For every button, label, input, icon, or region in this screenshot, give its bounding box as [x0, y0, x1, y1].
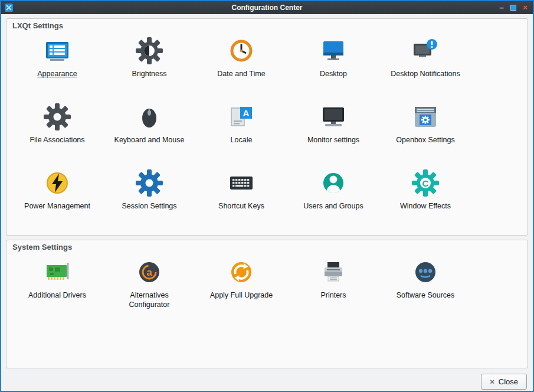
- users-groups-icon: [319, 169, 348, 197]
- software-sources-icon: [411, 258, 440, 286]
- desktop-icon: [319, 37, 348, 65]
- launcher-printers[interactable]: Printers: [287, 254, 379, 321]
- desktop-notifications-icon: [411, 37, 440, 65]
- launcher-label: Printers: [320, 291, 346, 300]
- launcher-desktop-notifications[interactable]: Desktop Notifications: [379, 33, 471, 99]
- launcher-label: Alternatives Configurator: [113, 291, 186, 309]
- group-system-settings: System Settings: [6, 240, 528, 368]
- launcher-alternatives-configurator[interactable]: a Alternatives Configurator: [103, 254, 195, 321]
- locale-letter: A: [243, 108, 250, 118]
- launcher-desktop[interactable]: Desktop: [287, 33, 379, 99]
- appearance-icon: [43, 37, 71, 65]
- datetime-icon: [227, 37, 255, 65]
- additional-drivers-icon: [43, 258, 71, 286]
- launcher-label: Desktop Notifications: [391, 70, 460, 79]
- alternatives-letter: a: [146, 267, 152, 278]
- launcher-apply-full-upgrade[interactable]: Apply Full Upgrade: [195, 254, 287, 321]
- close-button[interactable]: × Close: [481, 374, 527, 390]
- power-management-icon: [43, 169, 71, 197]
- launcher-label: Monitor settings: [307, 136, 359, 145]
- content-area: LXQt Settings Appearance: [1, 14, 533, 392]
- close-button-label: Close: [499, 377, 518, 386]
- launcher-label: Shortcut Keys: [218, 202, 264, 211]
- launcher-keyboard-mouse[interactable]: Keyboard and Mouse: [103, 99, 195, 165]
- launcher-session-settings[interactable]: Session Settings: [103, 165, 195, 231]
- shortcut-keys-icon: [227, 169, 255, 197]
- launcher-additional-drivers[interactable]: Additional Drivers: [11, 254, 103, 321]
- group-title: System Settings: [12, 243, 72, 251]
- launcher-label: Openbox Settings: [396, 136, 454, 145]
- launcher-label: Window Effects: [400, 202, 451, 211]
- file-associations-icon: [43, 103, 71, 131]
- window-title: Configuration Center: [1, 4, 533, 12]
- launcher-label: Apply Full Upgrade: [210, 291, 273, 300]
- launcher-label: Keyboard and Mouse: [114, 136, 185, 145]
- apply-full-upgrade-icon: [227, 258, 255, 286]
- launcher-label: Additional Drivers: [28, 291, 86, 300]
- lxqt-grid: Appearance Brightness: [11, 33, 523, 231]
- brightness-icon: [135, 37, 163, 65]
- launcher-users-groups[interactable]: Users and Groups: [287, 165, 379, 231]
- window-effects-icon: C: [411, 169, 440, 197]
- minimize-button[interactable]: –: [497, 4, 506, 12]
- launcher-label: Brightness: [132, 70, 166, 79]
- launcher-label: File Associations: [30, 136, 84, 145]
- launcher-label: Session Settings: [122, 202, 176, 211]
- launcher-label: Software Sources: [397, 291, 455, 300]
- system-grid: Additional Drivers a Alternatives Config…: [11, 254, 523, 321]
- launcher-power-management[interactable]: Power Management: [11, 165, 103, 231]
- keyboard-mouse-icon: [135, 103, 163, 131]
- launcher-label: Locale: [231, 136, 253, 145]
- configuration-center-window: Configuration Center – × LXQt Settings: [0, 0, 534, 392]
- launcher-label: Date and Time: [217, 70, 265, 79]
- printers-icon: [319, 258, 348, 286]
- launcher-window-effects[interactable]: C Window Effects: [379, 165, 471, 231]
- close-button-icon: ×: [490, 377, 494, 386]
- launcher-label: Desktop: [320, 70, 347, 79]
- launcher-label: Appearance: [37, 70, 77, 79]
- launcher-appearance[interactable]: Appearance: [11, 33, 103, 99]
- close-window-button[interactable]: ×: [521, 4, 529, 12]
- window-menu-icon[interactable]: [5, 4, 13, 12]
- launcher-locale[interactable]: A Locale: [195, 99, 287, 165]
- maximize-button[interactable]: [510, 5, 516, 11]
- session-settings-icon: [135, 169, 163, 197]
- launcher-software-sources[interactable]: Software Sources: [379, 254, 471, 321]
- window-controls: – ×: [497, 4, 529, 12]
- window-effects-letter: C: [422, 178, 429, 188]
- launcher-label: Power Management: [24, 202, 90, 211]
- alternatives-configurator-icon: a: [135, 258, 163, 286]
- launcher-monitor-settings[interactable]: Monitor settings: [287, 99, 379, 165]
- openbox-settings-icon: [411, 103, 440, 131]
- locale-icon: A: [227, 103, 255, 131]
- launcher-label: Users and Groups: [303, 202, 363, 211]
- footer: × Close: [6, 373, 528, 392]
- monitor-settings-icon: [319, 103, 348, 131]
- titlebar: Configuration Center – ×: [1, 1, 533, 14]
- launcher-openbox-settings[interactable]: Openbox Settings: [379, 99, 471, 165]
- launcher-file-associations[interactable]: File Associations: [11, 99, 103, 165]
- group-lxqt-settings: LXQt Settings Appearance: [6, 18, 528, 236]
- launcher-brightness[interactable]: Brightness: [103, 33, 195, 99]
- launcher-shortcut-keys[interactable]: Shortcut Keys: [195, 165, 287, 231]
- launcher-date-time[interactable]: Date and Time: [195, 33, 287, 99]
- group-title: LXQt Settings: [12, 21, 63, 30]
